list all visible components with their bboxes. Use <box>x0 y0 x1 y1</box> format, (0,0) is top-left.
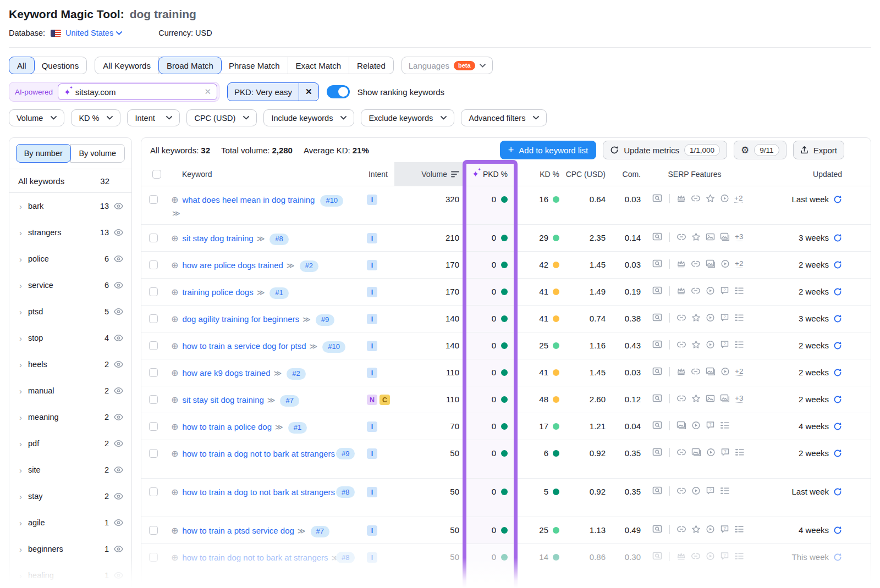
eye-icon[interactable] <box>113 440 124 447</box>
sidebar-group-heels[interactable]: ›heels2 <box>9 351 131 378</box>
expand-caret-icon[interactable]: › <box>19 254 22 264</box>
eye-icon[interactable] <box>113 545 124 553</box>
column-header-pkd[interactable]: ✦ PKD % <box>463 162 518 186</box>
row-checkbox[interactable] <box>149 341 158 350</box>
refresh-icon[interactable] <box>833 526 842 535</box>
serp-preview-icon[interactable] <box>652 421 663 430</box>
column-header-volume[interactable]: Volume <box>394 162 463 186</box>
row-checkbox[interactable] <box>149 487 158 496</box>
column-header-kd[interactable]: KD % <box>518 162 564 186</box>
add-to-keyword-list-button[interactable]: + Add to keyword list <box>500 141 596 159</box>
serp-preview-icon[interactable] <box>652 194 663 203</box>
filter-dropdown-advanced-filters[interactable]: Advanced filters <box>461 109 547 126</box>
open-keyword-arrow-icon[interactable]: ≫ <box>172 208 343 219</box>
keyword-link[interactable]: training police dogs <box>182 287 253 297</box>
filter-dropdown-volume[interactable]: Volume <box>9 109 64 126</box>
add-keyword-icon[interactable]: ⊕ <box>171 314 178 324</box>
sidebar-all-keywords[interactable]: All keywords 32 <box>9 169 131 193</box>
expand-caret-icon[interactable]: › <box>19 307 22 317</box>
expand-caret-icon[interactable]: › <box>19 571 22 580</box>
refresh-icon[interactable] <box>833 487 842 496</box>
keyword-link[interactable]: how to train a dog to not bark at strang… <box>182 486 335 498</box>
open-keyword-arrow-icon[interactable]: ≫ <box>257 288 265 297</box>
refresh-icon[interactable] <box>833 422 842 431</box>
column-header-updated[interactable]: Updated <box>746 162 871 186</box>
serp-preview-icon[interactable] <box>652 486 663 495</box>
expand-caret-icon[interactable]: › <box>19 281 22 290</box>
add-keyword-icon[interactable]: ⊕ <box>171 368 178 378</box>
keyword-link[interactable]: sit stay sit dog training <box>182 395 263 404</box>
filter-dropdown-intent[interactable]: Intent <box>127 109 180 126</box>
row-checkbox[interactable] <box>149 422 158 431</box>
column-header-com[interactable]: Com. <box>610 162 643 186</box>
filter-dropdown-exclude-keywords[interactable]: Exclude keywords <box>361 109 454 126</box>
tab-questions[interactable]: Questions <box>34 57 87 74</box>
serp-preview-icon[interactable] <box>652 525 663 534</box>
update-metrics-button[interactable]: Update metrics 1/1,000 <box>603 141 727 159</box>
serp-preview-icon[interactable] <box>652 313 663 322</box>
filter-dropdown-cpc-usd-[interactable]: CPC (USD) <box>186 109 257 126</box>
sidebar-group-stay[interactable]: ›stay2 <box>9 483 131 509</box>
remove-pkd-filter-icon[interactable]: ✕ <box>299 83 318 101</box>
refresh-icon[interactable] <box>833 553 842 562</box>
open-keyword-arrow-icon[interactable]: ≫ <box>275 423 283 431</box>
sidebar-group-police[interactable]: ›police6 <box>9 246 131 272</box>
tab-exact-match[interactable]: Exact Match <box>288 57 350 74</box>
domain-input[interactable]: ✦ sitstay.com ✕ <box>58 84 217 100</box>
sidebar-group-beginners[interactable]: ›beginners1 <box>9 536 131 562</box>
row-checkbox[interactable] <box>149 234 158 242</box>
expand-caret-icon[interactable]: › <box>19 492 22 501</box>
column-header-intent[interactable]: Intent <box>364 162 394 186</box>
eye-icon[interactable] <box>113 492 124 500</box>
keyword-link[interactable]: how to train a dog not to bark at strang… <box>182 448 335 459</box>
column-header-serp-features[interactable]: SERP Features <box>643 162 746 186</box>
sidebar-group-agile[interactable]: ›agile1 <box>9 509 131 536</box>
open-keyword-arrow-icon[interactable]: ≫ <box>267 396 275 404</box>
expand-caret-icon[interactable]: › <box>19 360 22 369</box>
sidebar-group-strangers[interactable]: ›strangers13 <box>9 219 131 246</box>
keyword-link[interactable]: how to train dog not to bark at stranger… <box>182 552 328 563</box>
clear-input-icon[interactable]: ✕ <box>204 87 211 97</box>
serp-more-count[interactable]: +2 <box>734 194 743 203</box>
sidebar-group-manual[interactable]: ›manual2 <box>9 378 131 404</box>
pkd-filter-chip[interactable]: PKD: Very easy ✕ <box>227 82 319 101</box>
eye-icon[interactable] <box>113 255 124 263</box>
expand-caret-icon[interactable]: › <box>19 413 22 422</box>
serp-more-count[interactable]: +3 <box>735 232 743 241</box>
add-keyword-icon[interactable]: ⊕ <box>171 341 178 351</box>
show-ranking-keywords-toggle[interactable] <box>327 85 350 98</box>
eye-icon[interactable] <box>113 387 124 395</box>
row-checkbox[interactable] <box>149 368 158 377</box>
refresh-icon[interactable] <box>833 260 842 269</box>
filter-dropdown-kd-[interactable]: KD % <box>71 109 120 126</box>
sidebar-group-ptsd[interactable]: ›ptsd5 <box>9 298 131 325</box>
eye-icon[interactable] <box>113 360 124 368</box>
open-keyword-arrow-icon[interactable]: ≫ <box>274 369 282 378</box>
select-all-checkbox[interactable] <box>152 170 161 179</box>
filter-dropdown-include-keywords[interactable]: Include keywords <box>263 109 354 126</box>
open-keyword-arrow-icon[interactable]: ≫ <box>302 315 310 324</box>
sidebar-group-meaning[interactable]: ›meaning2 <box>9 404 131 430</box>
tab-related[interactable]: Related <box>349 57 393 74</box>
keyword-link[interactable]: how to train a police dog <box>182 422 272 431</box>
row-checkbox[interactable] <box>149 395 158 404</box>
row-checkbox[interactable] <box>149 449 158 458</box>
serp-preview-icon[interactable] <box>652 552 663 561</box>
settings-button[interactable]: ⚙ 9/11 <box>734 141 787 159</box>
add-keyword-icon[interactable]: ⊕ <box>171 260 178 270</box>
eye-icon[interactable] <box>113 413 124 421</box>
eye-icon[interactable] <box>113 308 124 315</box>
sidebar-sort-by-number[interactable]: By number <box>16 144 71 163</box>
keyword-link[interactable]: how to train a ptsd service dog <box>182 526 294 535</box>
refresh-icon[interactable] <box>833 368 842 377</box>
add-keyword-icon[interactable]: ⊕ <box>171 553 178 562</box>
refresh-icon[interactable] <box>833 341 842 350</box>
expand-caret-icon[interactable]: › <box>19 202 22 211</box>
expand-caret-icon[interactable]: › <box>19 465 22 475</box>
keyword-link[interactable]: dog agility training for beginners <box>182 314 299 324</box>
refresh-icon[interactable] <box>833 395 842 404</box>
row-checkbox[interactable] <box>149 287 158 296</box>
serp-preview-icon[interactable] <box>652 367 663 376</box>
sidebar-group-bark[interactable]: ›bark13 <box>9 193 131 219</box>
keyword-link[interactable]: sit stay dog training <box>182 234 253 243</box>
